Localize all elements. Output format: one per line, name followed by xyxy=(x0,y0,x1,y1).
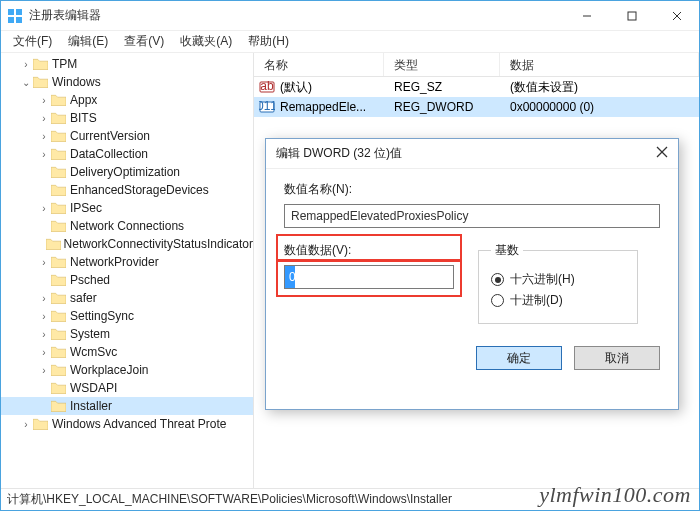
chevron-right-icon[interactable]: › xyxy=(37,131,51,142)
base-legend: 基数 xyxy=(491,242,523,259)
col-header-name[interactable]: 名称 xyxy=(254,53,384,76)
base-fieldset: 基数 十六进制(H) 十进制(D) xyxy=(478,242,638,324)
svg-rect-0 xyxy=(8,9,14,15)
tree-item[interactable]: ›WcmSvc xyxy=(1,343,253,361)
tree-item[interactable]: ›NetworkProvider xyxy=(1,253,253,271)
tree-item[interactable]: ›IPSec xyxy=(1,199,253,217)
tree-view[interactable]: ›TPM⌄Windows›Appx›BITS›CurrentVersion›Da… xyxy=(1,53,254,488)
tree-item-label: WorkplaceJoin xyxy=(70,363,148,377)
ok-button[interactable]: 确定 xyxy=(476,346,562,370)
col-header-data[interactable]: 数据 xyxy=(500,53,699,76)
folder-icon xyxy=(51,111,67,125)
tree-item[interactable]: WSDAPI xyxy=(1,379,253,397)
tree-item[interactable]: ›System xyxy=(1,325,253,343)
list-row[interactable]: 011RemappedEle...REG_DWORD0x00000000 (0) xyxy=(254,97,699,117)
cell-type: REG_SZ xyxy=(384,80,500,94)
tree-item-label: BITS xyxy=(70,111,97,125)
chevron-right-icon[interactable]: › xyxy=(37,347,51,358)
close-button[interactable] xyxy=(654,1,699,30)
radio-dec[interactable]: 十进制(D) xyxy=(491,292,625,309)
tree-item[interactable]: ›CurrentVersion xyxy=(1,127,253,145)
tree-item[interactable]: ›BITS xyxy=(1,109,253,127)
tree-item-label: WSDAPI xyxy=(70,381,117,395)
chevron-down-icon[interactable]: ⌄ xyxy=(19,77,33,88)
tree-item[interactable]: ›DataCollection xyxy=(1,145,253,163)
chevron-right-icon[interactable]: › xyxy=(19,59,33,70)
folder-icon xyxy=(46,237,61,251)
folder-icon xyxy=(33,57,49,71)
tree-item[interactable]: DeliveryOptimization xyxy=(1,163,253,181)
folder-icon xyxy=(51,399,67,413)
chevron-right-icon[interactable]: › xyxy=(19,419,33,430)
chevron-right-icon[interactable]: › xyxy=(37,113,51,124)
tree-item[interactable]: ›SettingSync xyxy=(1,307,253,325)
tree-item[interactable]: Installer xyxy=(1,397,253,415)
dialog-title: 编辑 DWORD (32 位)值 xyxy=(276,145,656,162)
tree-item[interactable]: EnhancedStorageDevices xyxy=(1,181,253,199)
tree-item-label: System xyxy=(70,327,110,341)
chevron-right-icon[interactable]: › xyxy=(37,329,51,340)
tree-item-label: EnhancedStorageDevices xyxy=(70,183,209,197)
radio-hex[interactable]: 十六进制(H) xyxy=(491,271,625,288)
chevron-right-icon[interactable]: › xyxy=(37,365,51,376)
regedit-icon xyxy=(7,8,23,24)
menu-edit[interactable]: 编辑(E) xyxy=(60,31,116,52)
menu-help[interactable]: 帮助(H) xyxy=(240,31,297,52)
svg-text:011: 011 xyxy=(259,99,275,113)
maximize-button[interactable] xyxy=(609,1,654,30)
tree-item[interactable]: ›Windows Advanced Threat Prote xyxy=(1,415,253,433)
status-path: 计算机\HKEY_LOCAL_MACHINE\SOFTWARE\Policies… xyxy=(7,491,452,508)
tree-item[interactable]: Network Connections xyxy=(1,217,253,235)
menu-file[interactable]: 文件(F) xyxy=(5,31,60,52)
col-header-type[interactable]: 类型 xyxy=(384,53,500,76)
tree-item-label: SettingSync xyxy=(70,309,134,323)
svg-rect-2 xyxy=(8,17,14,23)
tree-item[interactable]: Psched xyxy=(1,271,253,289)
tree-item[interactable]: NetworkConnectivityStatusIndicator xyxy=(1,235,253,253)
tree-item-label: IPSec xyxy=(70,201,102,215)
value-data-input[interactable] xyxy=(284,265,454,289)
chevron-right-icon[interactable]: › xyxy=(37,149,51,160)
svg-rect-3 xyxy=(16,17,22,23)
tree-item-label: NetworkProvider xyxy=(70,255,159,269)
list-row[interactable]: ab(默认)REG_SZ(数值未设置) xyxy=(254,77,699,97)
cell-data: 0x00000000 (0) xyxy=(500,100,699,114)
svg-rect-1 xyxy=(16,9,22,15)
folder-icon xyxy=(51,327,67,341)
folder-icon xyxy=(51,381,67,395)
folder-icon xyxy=(51,363,67,377)
radio-dec-indicator xyxy=(491,294,504,307)
menu-favorites[interactable]: 收藏夹(A) xyxy=(172,31,240,52)
value-data-label: 数值数据(V): xyxy=(284,242,454,259)
chevron-right-icon[interactable]: › xyxy=(37,257,51,268)
tree-item-label: safer xyxy=(70,291,97,305)
chevron-right-icon[interactable]: › xyxy=(37,95,51,106)
folder-icon xyxy=(33,75,49,89)
dialog-titlebar: 编辑 DWORD (32 位)值 xyxy=(266,139,678,169)
tree-item[interactable]: ›WorkplaceJoin xyxy=(1,361,253,379)
menu-view[interactable]: 查看(V) xyxy=(116,31,172,52)
tree-item[interactable]: ›Appx xyxy=(1,91,253,109)
tree-item-label: CurrentVersion xyxy=(70,129,150,143)
folder-icon xyxy=(51,183,67,197)
list-header: 名称 类型 数据 xyxy=(254,53,699,77)
folder-icon xyxy=(51,147,67,161)
tree-item-label: TPM xyxy=(52,57,77,71)
tree-item-label: Windows Advanced Threat Prote xyxy=(52,417,227,431)
window-title: 注册表编辑器 xyxy=(29,7,564,24)
minimize-button[interactable] xyxy=(564,1,609,30)
dialog-close-button[interactable] xyxy=(656,146,668,161)
chevron-right-icon[interactable]: › xyxy=(37,203,51,214)
radio-dec-label: 十进制(D) xyxy=(510,292,563,309)
tree-item-label: Windows xyxy=(52,75,101,89)
tree-item-label: NetworkConnectivityStatusIndicator xyxy=(64,237,253,251)
cancel-button[interactable]: 取消 xyxy=(574,346,660,370)
folder-icon xyxy=(51,165,67,179)
tree-item[interactable]: ›safer xyxy=(1,289,253,307)
status-bar: 计算机\HKEY_LOCAL_MACHINE\SOFTWARE\Policies… xyxy=(1,488,699,510)
value-name-input[interactable] xyxy=(284,204,660,228)
tree-item[interactable]: ›TPM xyxy=(1,55,253,73)
chevron-right-icon[interactable]: › xyxy=(37,293,51,304)
tree-item[interactable]: ⌄Windows xyxy=(1,73,253,91)
chevron-right-icon[interactable]: › xyxy=(37,311,51,322)
